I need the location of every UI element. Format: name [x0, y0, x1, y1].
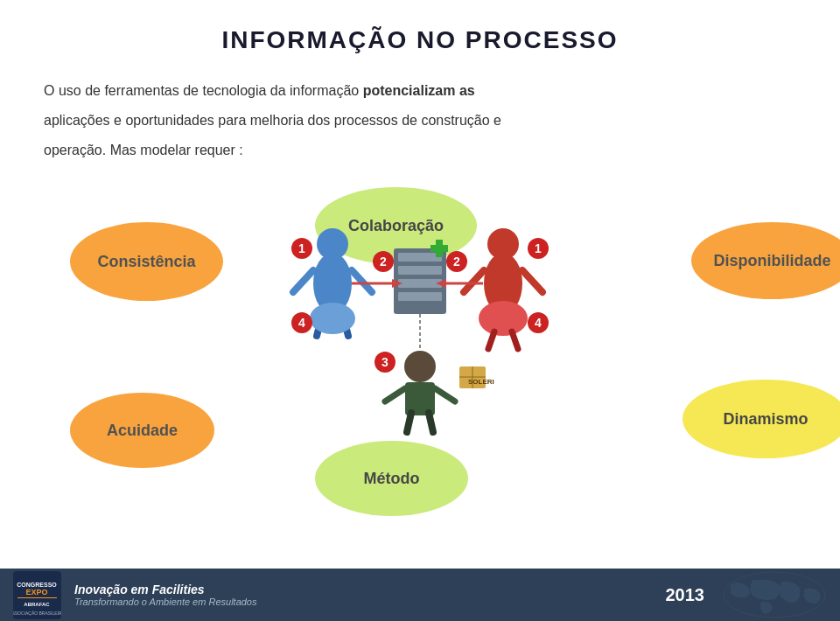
footer: CONGRESSO EXPO ABRAFAC ASSOCIAÇÃO BRASIL…: [0, 569, 840, 621]
svg-line-2: [293, 270, 313, 292]
body-paragraph-2: aplicações e oportunidades para melhoria…: [44, 110, 796, 131]
svg-line-25: [522, 270, 542, 292]
footer-subtitle: Transformando o Ambiente em Resultados: [74, 597, 666, 607]
svg-text:4: 4: [298, 316, 305, 330]
svg-rect-17: [430, 245, 448, 252]
svg-text:2: 2: [380, 255, 387, 269]
svg-text:2: 2: [453, 255, 460, 269]
svg-text:ABRAFAC: ABRAFAC: [24, 602, 50, 607]
oval-disponibilidade: Disponibilidade: [691, 222, 840, 299]
body-bold: potencializam as: [363, 83, 475, 98]
footer-title: Inovação em Facilities: [74, 583, 666, 597]
dinamismo-label: Dinamismo: [723, 410, 808, 429]
svg-rect-15: [398, 292, 442, 301]
body-paragraph-1: O uso de ferramentas de tecnologia da in…: [44, 80, 796, 101]
svg-line-24: [464, 270, 484, 292]
metodo-label: Método: [364, 470, 420, 488]
svg-rect-13: [398, 266, 442, 275]
svg-text:SOLERI: SOLERI: [468, 378, 494, 386]
footer-map: [722, 571, 827, 619]
svg-rect-53: [18, 597, 57, 598]
svg-line-41: [385, 388, 405, 401]
body-text-1: O uso de ferramentas de tecnologia da in…: [44, 83, 363, 98]
svg-point-37: [404, 351, 436, 382]
svg-rect-12: [398, 253, 442, 262]
disponibilidade-label: Disponibilidade: [713, 252, 830, 270]
svg-line-3: [352, 270, 372, 292]
svg-text:1: 1: [535, 241, 542, 255]
oval-metodo: Método: [315, 441, 468, 516]
svg-text:4: 4: [535, 316, 542, 330]
footer-year: 2013: [666, 585, 705, 605]
svg-text:1: 1: [298, 241, 305, 255]
consistencia-label: Consistência: [97, 253, 195, 271]
footer-logo: CONGRESSO EXPO ABRAFAC ASSOCIAÇÃO BRASIL…: [13, 571, 61, 619]
svg-text:3: 3: [382, 355, 388, 369]
svg-point-6: [310, 303, 355, 334]
svg-point-26: [479, 301, 528, 336]
center-illustration: 1 4 2 2: [280, 187, 560, 450]
main-content: INFORMAÇÃO NO PROCESSO O uso de ferramen…: [0, 0, 840, 569]
figures-svg: 1 4 2 2: [280, 196, 560, 441]
body-paragraph-3: operação. Mas modelar requer :: [44, 140, 796, 161]
svg-line-28: [512, 331, 518, 349]
ovals-container: Consistência Colaboração Disponibilidade…: [44, 170, 796, 520]
oval-consistencia: Consistência: [70, 222, 223, 301]
page-title: INFORMAÇÃO NO PROCESSO: [44, 26, 796, 54]
svg-text:CONGRESSO: CONGRESSO: [17, 582, 57, 588]
oval-dinamismo: Dinamismo: [682, 380, 840, 458]
svg-rect-14: [398, 279, 442, 288]
svg-line-39: [407, 413, 411, 432]
svg-text:EXPO: EXPO: [25, 588, 47, 597]
svg-line-40: [429, 413, 433, 432]
svg-text:ASSOCIAÇÃO BRASILEIRA: ASSOCIAÇÃO BRASILEIRA: [13, 611, 61, 616]
svg-line-42: [435, 388, 455, 401]
oval-acuidade: Acuidade: [70, 393, 214, 468]
footer-text-block: Inovação em Facilities Transformando o A…: [74, 583, 666, 607]
acuidade-label: Acuidade: [107, 422, 178, 440]
svg-line-27: [488, 331, 494, 349]
